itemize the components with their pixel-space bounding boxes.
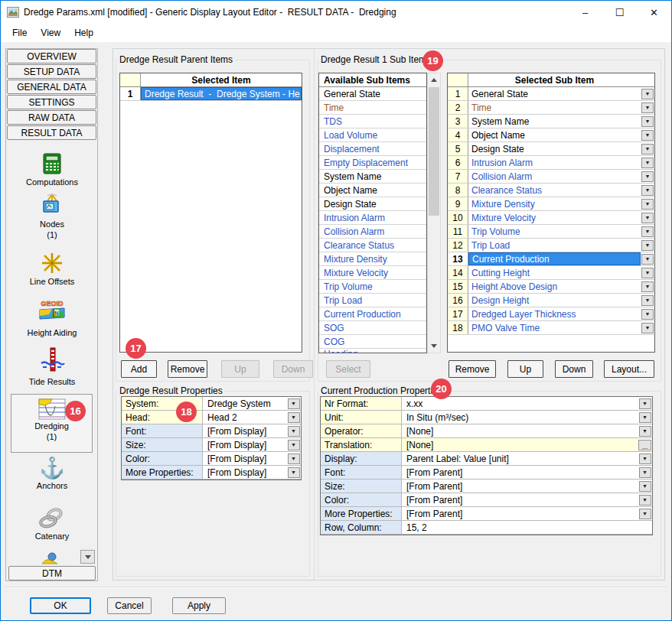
row-dropdown-button[interactable]: ▼ [641, 309, 654, 320]
table-row[interactable]: 4Object Name▼ [448, 128, 654, 142]
list-item[interactable]: Time [319, 101, 426, 115]
sidebar-scroll-down-button[interactable] [80, 550, 95, 564]
row-text[interactable]: Cutting Height [468, 266, 641, 279]
property-dropdown-button[interactable]: ▼ [639, 495, 651, 506]
row-number[interactable]: 2 [448, 101, 468, 114]
property-value[interactable]: [None] [402, 424, 638, 437]
property-dropdown-button[interactable]: ▼ [639, 398, 651, 409]
available-sub-items-list[interactable]: Available Sub ItemsGeneral StateTimeTDSL… [318, 73, 427, 353]
row-dropdown-button[interactable]: ▼ [641, 102, 654, 113]
row-text[interactable]: Collision Alarm [468, 170, 641, 183]
table-row[interactable]: 2Time▼ [448, 101, 654, 115]
property-dropdown-button[interactable]: ▼ [288, 426, 300, 437]
property-value[interactable]: [None] [402, 438, 638, 451]
list-item[interactable]: COG [319, 335, 426, 349]
table-row[interactable]: 12Trip Load▼ [448, 239, 654, 252]
add-button[interactable]: Add [121, 360, 157, 378]
sidebar-section-settings[interactable]: SETTINGS [7, 95, 96, 109]
row-dropdown-button[interactable]: ▼ [641, 199, 654, 210]
minimize-button[interactable]: – [568, 1, 602, 24]
list-item[interactable]: Design State [319, 197, 426, 211]
property-value[interactable]: [From Parent] [402, 480, 638, 493]
sidebar-item-tide-results[interactable]: Tide Results [4, 346, 100, 386]
down-sub-button[interactable]: Down [555, 360, 593, 378]
menu-view[interactable]: View [34, 25, 67, 41]
property-dropdown-button[interactable]: ▼ [639, 481, 651, 492]
row-dropdown-button[interactable]: ▼ [641, 158, 654, 168]
list-item[interactable]: Trip Volume [319, 280, 426, 294]
property-value[interactable]: Parent Label: Value [unit] [402, 452, 638, 465]
row-text[interactable]: Dredged Layer Thickness [468, 307, 641, 320]
property-dropdown-button[interactable]: ▼ [288, 440, 300, 450]
row-dropdown-button[interactable]: ▼ [641, 240, 654, 251]
property-value[interactable]: [From Display] [203, 424, 286, 437]
list-item[interactable]: General State [319, 87, 426, 101]
row-dropdown-button[interactable]: ▼ [641, 281, 654, 292]
property-value[interactable]: x.xx [402, 397, 638, 410]
sidebar-section-overview[interactable]: OVERVIEW [7, 49, 96, 63]
table-row[interactable]: 14Cutting Height▼ [448, 266, 654, 280]
table-row[interactable]: 17Dredged Layer Thickness▼ [448, 307, 654, 321]
property-dropdown-button[interactable]: ▼ [639, 426, 651, 437]
property-dropdown-button[interactable]: ▼ [288, 412, 300, 423]
row-dropdown-button[interactable]: ▼ [641, 213, 654, 223]
property-value[interactable]: [From Display] [203, 438, 286, 451]
row-number[interactable]: 17 [448, 307, 468, 320]
row-dropdown-button[interactable]: ▼ [641, 185, 654, 196]
sidebar-section-result-data[interactable]: RESULT DATA [7, 125, 96, 140]
row-number[interactable]: 10 [448, 211, 468, 224]
row-number[interactable]: 15 [448, 280, 468, 293]
property-value[interactable]: [From Display] [203, 466, 286, 479]
up-parent-button[interactable]: Up [221, 360, 259, 378]
list-item[interactable]: Displacement [319, 142, 426, 156]
row-dropdown-button[interactable]: ▼ [641, 323, 654, 333]
list-item[interactable]: Load Volume [319, 128, 426, 142]
row-dropdown-button[interactable]: ▼ [641, 171, 654, 182]
list-item[interactable]: Collision Alarm [319, 225, 426, 239]
close-button[interactable]: ✕ [637, 1, 671, 24]
list-item[interactable]: Mixture Velocity [319, 266, 426, 280]
row-text[interactable]: Mixture Density [468, 197, 641, 210]
list-item[interactable]: Object Name [319, 184, 426, 197]
list-item[interactable]: Clearance Status [319, 239, 426, 252]
scrollbar-up-button[interactable] [428, 73, 440, 86]
row-text[interactable]: Object Name [468, 128, 641, 141]
row-dropdown-button[interactable]: ▼ [641, 144, 654, 154]
sidebar-item-dtm[interactable]: DTM [8, 566, 96, 580]
row-text[interactable]: Height Above Design [468, 280, 641, 293]
sidebar-section-general-data[interactable]: GENERAL DATA [7, 80, 96, 94]
property-dropdown-button[interactable]: ▼ [639, 509, 651, 519]
row-number[interactable]: 4 [448, 128, 468, 141]
maximize-button[interactable]: ☐ [602, 1, 637, 24]
table-row[interactable]: 10Mixture Velocity▼ [448, 211, 654, 225]
row-number[interactable]: 16 [448, 294, 468, 307]
row-number[interactable]: 7 [448, 170, 468, 183]
table-row[interactable]: 3System Name▼ [448, 115, 654, 128]
scrollbar-thumb[interactable] [429, 87, 439, 216]
menu-file[interactable]: File [5, 25, 34, 41]
property-ellipsis-button[interactable]: ... [638, 440, 651, 450]
remove-sub-button[interactable]: Remove [449, 360, 496, 378]
row-dropdown-button[interactable]: ▼ [641, 268, 654, 278]
sidebar-item-height-aiding[interactable]: GEOID N Height Aiding [4, 299, 100, 337]
row-text[interactable]: Current Production [468, 252, 641, 265]
row-text[interactable]: Time [468, 101, 641, 114]
row-text[interactable]: Design State [468, 142, 641, 155]
remove-parent-button[interactable]: Remove [168, 360, 207, 378]
property-value[interactable]: [From Display] [203, 452, 286, 465]
row-dropdown-button[interactable]: ▼ [641, 254, 654, 265]
row-dropdown-button[interactable]: ▼ [641, 116, 654, 127]
sidebar-section-setup-data[interactable]: SETUP DATA [7, 64, 96, 79]
current-production-properties-grid[interactable]: Nr Format:x.xx▼Unit:In Situ (m³/sec)▼Ope… [320, 396, 653, 535]
property-dropdown-button[interactable]: ▼ [639, 454, 651, 464]
row-dropdown-button[interactable]: ▼ [641, 130, 654, 141]
parent-items-table[interactable]: Selected Item1Dredge Result - Dredge Sys… [119, 73, 302, 353]
property-value[interactable]: Head 2 [203, 411, 286, 424]
dredge-result-properties-grid[interactable]: System:Dredge System▼Head:Head 2▼Font:[F… [121, 396, 302, 480]
row-text[interactable]: PMO Valve Time [468, 321, 641, 334]
row-text[interactable]: Mixture Velocity [468, 211, 641, 224]
cancel-button[interactable]: Cancel [107, 597, 152, 614]
row-dropdown-button[interactable]: ▼ [641, 89, 654, 99]
select-button[interactable]: Select [326, 360, 370, 378]
row-text[interactable]: General State [468, 87, 641, 100]
